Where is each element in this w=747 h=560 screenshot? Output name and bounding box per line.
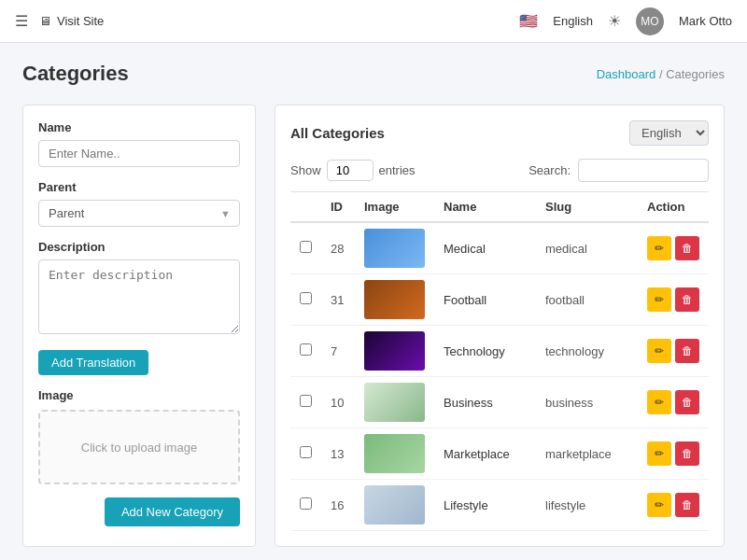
edit-button[interactable]: ✏ — [647, 236, 671, 260]
edit-button[interactable]: ✏ — [647, 287, 671, 312]
edit-button[interactable]: ✏ — [647, 339, 671, 363]
th-checkbox — [290, 192, 321, 223]
row-name: Medical — [434, 222, 536, 274]
breadcrumb-dashboard[interactable]: Dashboard — [597, 67, 656, 81]
row-checkbox[interactable] — [300, 343, 312, 356]
row-id: 10 — [321, 377, 355, 428]
visit-site-label: Visit Site — [57, 14, 104, 28]
delete-button[interactable]: 🗑 — [675, 390, 699, 414]
row-checkbox[interactable] — [300, 241, 312, 253]
description-field-group: Description — [38, 240, 240, 337]
row-slug: lifestyle — [536, 480, 638, 531]
delete-button[interactable]: 🗑 — [675, 236, 699, 260]
table-row: 13 Marketplace marketplace ✏ 🗑 — [290, 428, 709, 480]
show-entries-control: Show entries — [290, 160, 416, 181]
nav-right: 🇺🇸 English ☀ MO Mark Otto — [519, 7, 732, 35]
search-label: Search: — [529, 163, 571, 177]
row-checkbox-cell — [290, 222, 321, 274]
row-checkbox[interactable] — [300, 395, 312, 407]
delete-button[interactable]: 🗑 — [675, 493, 699, 517]
monitor-icon: 🖥 — [39, 14, 51, 28]
row-checkbox[interactable] — [300, 497, 312, 510]
table-row: 16 Lifestyle lifestyle ✏ 🗑 — [290, 480, 709, 531]
row-checkbox-cell — [290, 377, 321, 428]
row-slug: marketplace — [536, 428, 638, 480]
right-panel: All Categories English French Spanish Sh… — [275, 105, 725, 547]
menu-icon[interactable]: ☰ — [15, 12, 28, 30]
search-box: Search: — [529, 159, 709, 182]
row-image-cell — [355, 480, 434, 531]
description-input[interactable] — [38, 259, 240, 334]
brightness-icon[interactable]: ☀ — [608, 12, 621, 30]
visit-site-link[interactable]: 🖥 Visit Site — [39, 14, 104, 28]
delete-button[interactable]: 🗑 — [675, 441, 699, 466]
th-action: Action — [638, 192, 709, 223]
image-label: Image — [38, 388, 240, 402]
avatar[interactable]: MO — [636, 7, 664, 35]
row-actions: ✏ 🗑 — [638, 222, 709, 274]
page-title: Categories — [22, 62, 129, 86]
table-row: 31 Football football ✏ 🗑 — [290, 274, 709, 326]
category-image — [364, 434, 425, 473]
table-row: 28 Medical medical ✏ 🗑 — [290, 222, 709, 274]
edit-button[interactable]: ✏ — [647, 390, 671, 414]
row-id: 31 — [321, 274, 355, 326]
language-label: English — [553, 14, 593, 28]
row-id: 13 — [321, 428, 355, 480]
parent-select[interactable]: Parent — [38, 200, 240, 227]
category-image — [364, 485, 425, 525]
edit-button[interactable]: ✏ — [647, 493, 671, 517]
description-label: Description — [38, 240, 240, 254]
row-name: Football — [434, 274, 536, 326]
add-category-button[interactable]: Add New Category — [105, 497, 240, 526]
row-actions: ✏ 🗑 — [638, 480, 709, 531]
search-input[interactable] — [578, 159, 709, 182]
row-id: 16 — [321, 480, 355, 531]
row-name: Marketplace — [434, 428, 536, 480]
category-image — [364, 383, 425, 422]
th-slug: Slug — [536, 192, 638, 223]
upload-image-box[interactable]: Click to upload image — [38, 410, 240, 484]
row-image-cell — [355, 222, 434, 274]
row-slug: football — [536, 274, 638, 326]
row-name: Business — [434, 377, 536, 428]
upload-placeholder-text: Click to upload image — [81, 441, 197, 455]
row-actions: ✏ 🗑 — [638, 274, 709, 326]
table-controls: Show entries Search: — [290, 159, 709, 182]
row-slug: medical — [536, 222, 638, 274]
row-checkbox[interactable] — [300, 292, 312, 304]
table-row: 10 Business business ✏ 🗑 — [290, 377, 709, 428]
table-row: 7 Technology technology ✏ 🗑 — [290, 326, 709, 377]
parent-select-wrapper: Parent ▼ — [38, 200, 240, 227]
name-label: Name — [38, 120, 240, 134]
th-id: ID — [321, 192, 355, 223]
entries-label: entries — [379, 163, 416, 177]
add-translation-button[interactable]: Add Translation — [38, 350, 148, 375]
row-checkbox[interactable] — [300, 446, 312, 458]
action-buttons: ✏ 🗑 — [647, 493, 699, 517]
row-checkbox-cell — [290, 274, 321, 326]
left-panel: Name Parent Parent ▼ Description Add Tra… — [22, 105, 256, 547]
content-columns: Name Parent Parent ▼ Description Add Tra… — [22, 105, 725, 547]
edit-button[interactable]: ✏ — [647, 441, 671, 466]
row-image-cell — [355, 428, 434, 480]
breadcrumb-current: Categories — [666, 67, 725, 81]
categories-table: ID Image Name Slug Action 28 Medical med… — [290, 191, 709, 531]
entries-input[interactable] — [327, 160, 374, 181]
delete-button[interactable]: 🗑 — [675, 287, 699, 312]
table-body: 28 Medical medical ✏ 🗑 31 Football footb… — [290, 222, 709, 531]
action-buttons: ✏ 🗑 — [647, 236, 699, 260]
row-checkbox-cell — [290, 480, 321, 531]
row-checkbox-cell — [290, 428, 321, 480]
delete-button[interactable]: 🗑 — [675, 339, 699, 363]
language-select[interactable]: English French Spanish — [629, 120, 709, 146]
row-actions: ✏ 🗑 — [638, 377, 709, 428]
row-image-cell — [355, 326, 434, 377]
breadcrumb: Dashboard / Categories — [597, 67, 725, 81]
main-content: Categories Dashboard / Categories Name P… — [0, 43, 747, 560]
page-header: Categories Dashboard / Categories — [22, 62, 725, 86]
name-input[interactable] — [38, 140, 240, 167]
row-checkbox-cell — [290, 326, 321, 377]
th-image: Image — [355, 192, 434, 223]
row-slug: technology — [536, 326, 638, 377]
